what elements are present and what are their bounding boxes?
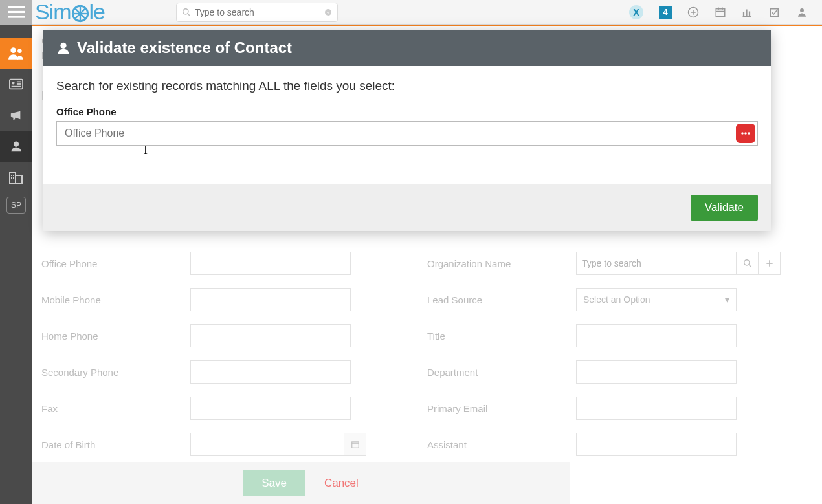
label-primary-email: Primary Email	[427, 403, 576, 414]
cancel-button[interactable]: Cancel	[324, 477, 359, 490]
svg-line-39	[748, 265, 751, 267]
svg-point-46	[744, 132, 747, 135]
label-home-phone: Home Phone	[41, 331, 190, 342]
svg-point-10	[325, 9, 331, 16]
label-mobile-phone: Mobile Phone	[41, 294, 190, 305]
org-input[interactable]	[576, 252, 737, 275]
sidebar-item-card[interactable]	[0, 69, 32, 100]
svg-rect-37	[13, 177, 14, 179]
org-add-button[interactable]	[759, 252, 781, 275]
svg-point-31	[14, 142, 19, 147]
label-secondary-phone: Secondary Phone	[41, 367, 190, 378]
svg-rect-32	[10, 173, 16, 184]
svg-line-9	[188, 13, 190, 16]
chart-icon[interactable]	[742, 6, 753, 18]
svg-point-23	[800, 8, 804, 12]
topbar: Simle X 4	[0, 0, 822, 25]
lead-source-select[interactable]: Select an Option▾	[576, 288, 737, 311]
svg-point-25	[17, 49, 21, 54]
svg-rect-34	[11, 175, 12, 176]
badge-count-icon[interactable]: 4	[659, 6, 672, 19]
label-lead-source: Lead Source	[427, 294, 576, 305]
validate-button[interactable]: Validate	[691, 195, 758, 221]
svg-point-45	[741, 132, 744, 135]
mobile-phone-input[interactable]	[190, 288, 351, 311]
modal-footer: Validate	[43, 184, 771, 231]
svg-rect-33	[16, 175, 22, 184]
label-title: Title	[427, 331, 576, 342]
secondary-phone-input[interactable]	[190, 360, 351, 384]
global-search-input[interactable]	[195, 7, 324, 17]
modal-header: Validate existence of Contact	[43, 30, 771, 66]
primary-email-input[interactable]	[576, 397, 737, 420]
global-search[interactable]	[176, 3, 338, 22]
svg-rect-14	[716, 8, 725, 16]
title-input[interactable]	[576, 324, 737, 347]
save-button[interactable]: Save	[243, 470, 305, 496]
department-input[interactable]	[576, 360, 737, 384]
bullhorn-icon	[9, 109, 23, 122]
sidebar-sp-badge[interactable]: SP	[6, 197, 26, 214]
card-icon	[9, 78, 23, 90]
sidebar-item-campaigns[interactable]	[0, 100, 32, 131]
modal-title: Validate existence of Contact	[77, 39, 292, 57]
svg-rect-35	[13, 175, 14, 176]
svg-rect-1	[8, 10, 25, 12]
svg-rect-42	[351, 442, 359, 448]
validate-modal: Validate existence of Contact Search for…	[43, 30, 771, 231]
topbar-actions: X 4	[629, 5, 822, 19]
calendar-icon[interactable]	[715, 6, 726, 18]
field-options-button[interactable]	[736, 124, 755, 143]
plus-icon	[765, 259, 774, 268]
svg-point-47	[748, 132, 750, 135]
svg-point-44	[60, 43, 66, 49]
svg-rect-2	[8, 16, 25, 17]
ellipsis-icon	[740, 131, 751, 135]
sidebar-item-user[interactable]	[0, 131, 32, 162]
sidebar-item-contacts[interactable]	[0, 38, 32, 69]
building-icon	[8, 170, 24, 184]
label-office-phone: Office Phone	[41, 258, 190, 269]
hamburger-icon	[8, 6, 25, 19]
search-icon	[743, 259, 752, 268]
label-fax: Fax	[41, 403, 190, 414]
gear-icon	[71, 5, 89, 23]
fax-input[interactable]	[190, 397, 351, 420]
modal-instruction: Search for existing records matching ALL…	[56, 79, 758, 93]
office-phone-input[interactable]	[190, 252, 351, 275]
label-org: Organization Name	[427, 258, 576, 269]
svg-point-27	[12, 82, 15, 85]
search-icon	[182, 8, 191, 17]
person-icon	[56, 41, 71, 55]
checkbox-icon[interactable]	[769, 6, 781, 18]
chevron-down-icon[interactable]	[324, 8, 332, 16]
badge-x-icon[interactable]: X	[629, 5, 643, 19]
form-footer: Save Cancel	[32, 462, 570, 504]
svg-rect-36	[11, 177, 12, 179]
menu-toggle[interactable]	[0, 0, 32, 25]
chevron-down-icon: ▾	[725, 294, 729, 305]
field-label-office-phone: Office Phone	[56, 106, 758, 117]
modal-body: Search for existing records matching ALL…	[43, 66, 771, 159]
modal-office-phone-input[interactable]	[56, 121, 758, 146]
text-cursor: I	[144, 144, 148, 157]
assistant-input[interactable]	[576, 433, 737, 456]
label-department: Department	[427, 367, 576, 378]
people-icon	[8, 46, 25, 60]
dob-picker-button[interactable]	[344, 433, 366, 456]
sidebar: SP	[0, 25, 32, 504]
dob-input[interactable]	[190, 433, 344, 456]
label-dob: Date of Birth	[41, 439, 190, 450]
label-assistant: Assistant	[427, 439, 576, 450]
svg-rect-0	[8, 6, 25, 8]
home-phone-input[interactable]	[190, 324, 351, 347]
user-icon[interactable]	[796, 6, 808, 18]
sidebar-item-org[interactable]	[0, 162, 32, 193]
plus-icon[interactable]	[687, 6, 699, 18]
svg-point-8	[183, 8, 188, 14]
person-icon	[10, 140, 23, 153]
calendar-icon	[351, 440, 360, 449]
svg-point-24	[10, 47, 16, 53]
org-search-button[interactable]	[737, 252, 759, 275]
svg-point-38	[744, 260, 749, 265]
